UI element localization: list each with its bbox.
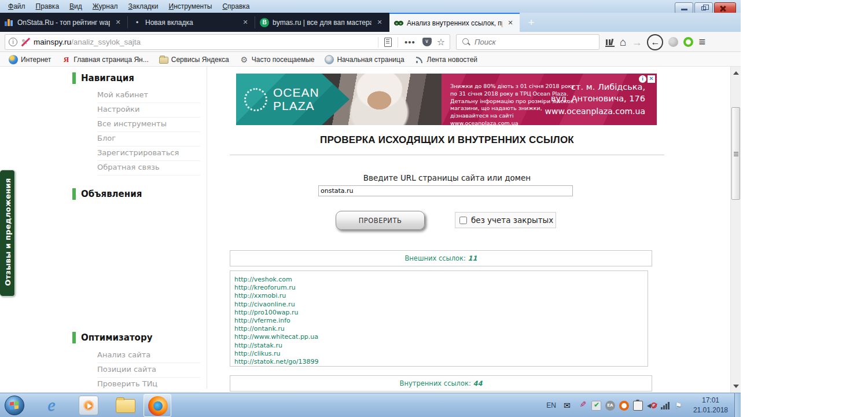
internet-explorer-icon[interactable]: e (42, 396, 61, 415)
page-title: ПРОВЕРКА ИСХОДЯЩИХ И ВНУТРЕННИХ ССЫЛОК (230, 134, 664, 146)
page-actions-icon[interactable]: ••• (400, 37, 420, 47)
language-indicator[interactable]: EN (546, 401, 556, 409)
menu-hamburger-icon[interactable]: ≡ (698, 35, 705, 49)
media-player-icon[interactable] (79, 396, 98, 415)
site-url-input[interactable] (318, 185, 573, 196)
sidebar-item-site-analysis[interactable]: Анализ сайта (97, 349, 200, 363)
external-link[interactable]: http://kreoforum.ru (234, 284, 648, 292)
url-host: mainspy.ru (34, 38, 71, 46)
antivirus-check-tray-icon[interactable] (591, 401, 601, 411)
mail-client-tray-icon[interactable]: ✉ (564, 401, 573, 411)
network-signal-icon[interactable] (661, 401, 671, 411)
pen-tray-icon[interactable]: ✎ (578, 401, 587, 411)
sidebar-item-site-positions[interactable]: Позиции сайта (97, 363, 200, 378)
pocket-icon[interactable]: ∨ (422, 38, 432, 46)
navigation-toolbar: i mainspy.ru/analiz_ssylok_sajta ••• ∨ ☆… (0, 32, 741, 52)
reader-mode-icon[interactable] (384, 38, 392, 47)
ad-banner[interactable]: OCEAN PLAZA Знижки до 80% діють з 01 січ… (236, 74, 657, 125)
ad-close-icon[interactable]: ✕ (648, 75, 655, 83)
external-link[interactable]: http://xxmobi.ru (234, 292, 648, 300)
sidebar-item-all-tools[interactable]: Все инструменты (97, 118, 200, 132)
sidebar-item-cabinet[interactable]: Мой кабинет (97, 89, 200, 103)
new-tab-button[interactable]: + (524, 15, 539, 30)
system-tray: EN ✉ ✎ EA ⚑ 17:01 21.01.2018 (546, 393, 728, 417)
menu-file[interactable]: Файл (3, 1, 30, 12)
check-button[interactable]: ПРОВЕРИТЬ (336, 211, 425, 230)
vertical-scrollbar[interactable] (730, 67, 741, 393)
clock-date: 21.01.2018 (693, 405, 728, 415)
globe-extension-icon[interactable] (668, 37, 678, 47)
firefox-taskbar-button[interactable] (144, 394, 171, 417)
menu-help[interactable]: Справка (218, 1, 254, 12)
url-bar[interactable]: i mainspy.ru/analiz_ssylok_sajta ••• ∨ ☆ (5, 34, 450, 50)
checkbox-label: без учета закрытых (471, 215, 553, 225)
search-input[interactable] (475, 38, 579, 46)
tab-analysis-active[interactable]: Анализ внутренних ссылок, пр ✕ (389, 13, 520, 32)
menu-edit[interactable]: Правка (31, 1, 64, 12)
tab-close-icon[interactable]: ✕ (241, 19, 250, 26)
menu-tools[interactable]: Инструменты (164, 1, 217, 12)
scroll-down-icon[interactable] (733, 385, 739, 388)
sidebar-separator (207, 67, 207, 389)
library-icon[interactable] (605, 38, 615, 47)
restore-button[interactable] (694, 2, 713, 14)
bookmark-internet[interactable]: Интернет (5, 54, 55, 65)
sidebar-item-feedback[interactable]: Обратная связь (97, 161, 200, 175)
start-button[interactable] (5, 396, 24, 415)
sidebar-section-ads: Объявления (72, 188, 142, 200)
forward-icon[interactable]: → (631, 37, 642, 47)
tab-close-icon[interactable]: ✕ (375, 19, 384, 26)
tab-onstata[interactable]: OnStata.Ru - топ рейтинг wap ✕ (0, 13, 127, 32)
search-bar[interactable] (456, 34, 599, 50)
home-icon[interactable]: ⌂ (620, 36, 626, 47)
close-button[interactable] (714, 2, 736, 14)
ad-address: ст. м. Либідська, вул. Антоновича, 176 w… (538, 82, 645, 116)
bookmark-star-icon[interactable]: ☆ (435, 36, 450, 47)
tab-new[interactable]: • Новая вкладка ✕ (128, 13, 255, 32)
external-link[interactable]: http://ontank.ru (234, 325, 648, 333)
adchoices-info-icon[interactable]: i (639, 75, 646, 83)
scrollbar-thumb[interactable] (731, 107, 740, 200)
ea-tray-icon[interactable]: EA (605, 401, 615, 411)
bookmark-yandex-home[interactable]: Я Главная страница Ян... (57, 54, 152, 65)
sidebar-item-settings[interactable]: Настройки (97, 103, 200, 118)
menu-view[interactable]: Вид (65, 1, 87, 12)
scroll-up-icon[interactable] (733, 71, 739, 75)
back-icon[interactable]: ← (647, 34, 663, 50)
external-link[interactable]: http://statok.net/go/13899 (234, 358, 648, 366)
muted-speaker-icon[interactable] (647, 401, 657, 411)
minimize-button[interactable] (675, 2, 693, 14)
no-edit-icon (21, 38, 30, 47)
external-link[interactable]: http://www.whitecat.pp.ua (234, 333, 648, 341)
sidebar-item-register[interactable]: Зарегистрироваться (97, 147, 200, 161)
external-link[interactable]: http://vferme.info (234, 317, 648, 325)
site-info-icon[interactable]: i (9, 38, 17, 46)
menu-history[interactable]: Журнал (88, 1, 123, 12)
feedback-tab[interactable]: Отзывы и предложения (0, 170, 15, 297)
green-bar (72, 188, 76, 200)
external-link[interactable]: http://statak.ru (234, 342, 648, 350)
tab-close-icon[interactable]: ✕ (113, 19, 123, 26)
action-center-flag-icon[interactable]: ⚑ (675, 401, 685, 411)
external-link[interactable]: http://veshok.com (234, 276, 648, 284)
tab-close-icon[interactable]: ✕ (506, 19, 515, 27)
gear-icon: ⚙ (240, 55, 249, 64)
green-o-extension-icon[interactable] (683, 37, 693, 47)
bookmark-frequent[interactable]: ⚙ Часто посещаемые (236, 54, 319, 65)
menu-bookmarks[interactable]: Закладки (124, 1, 163, 12)
bookmark-start-page[interactable]: Начальная страница (321, 54, 408, 65)
orange-ring-tray-icon[interactable] (619, 401, 629, 411)
exclude-closed-checkbox[interactable] (459, 217, 467, 224)
tray-clock[interactable]: 17:01 21.01.2018 (693, 396, 728, 416)
sidebar-item-check-tic[interactable]: Проверить ТИц (97, 378, 200, 392)
external-link[interactable]: http://pro100wap.ru (234, 309, 648, 317)
bookmark-yandex-services[interactable]: Сервисы Яндекса (155, 54, 233, 65)
explorer-icon[interactable] (116, 399, 135, 413)
show-desktop-button[interactable] (734, 393, 741, 417)
sidebar-item-blog[interactable]: Блог (97, 132, 200, 147)
clipboard-tray-icon[interactable] (633, 401, 643, 411)
bookmark-news-feed[interactable]: Лента новостей (411, 54, 482, 65)
tab-bymas[interactable]: B bymas.ru | все для вап мастера ✕ (255, 13, 389, 32)
external-link[interactable]: http://clikus.ru (234, 350, 648, 358)
external-link[interactable]: http://civaonline.ru (234, 301, 648, 309)
